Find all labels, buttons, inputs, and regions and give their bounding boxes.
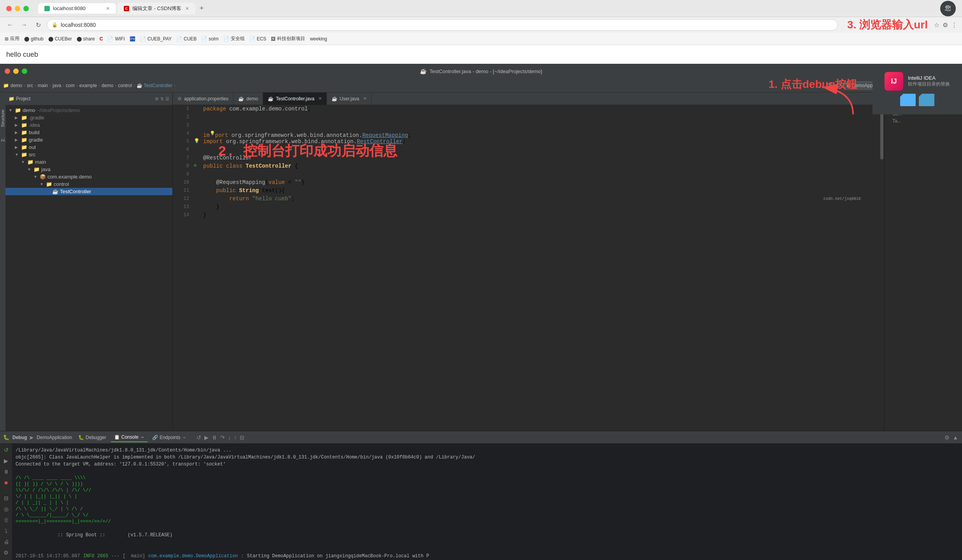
pause-btn[interactable]: ⏸	[2, 467, 11, 476]
bookmark-github[interactable]: ⬤ github	[24, 36, 44, 42]
maximize-traffic-light[interactable]	[23, 6, 29, 11]
bookmark-c[interactable]: C	[100, 36, 103, 42]
tree-root[interactable]: ▼ 📁 demo ~/IdeaProjects/demo	[5, 107, 172, 114]
bookmark-weeking[interactable]: weeking	[310, 36, 327, 42]
resume-btn[interactable]: ▶	[2, 456, 11, 466]
tab-testcontroller[interactable]: ☕ TestController.java ✕	[263, 93, 327, 105]
step-into-icon[interactable]: ↓	[227, 434, 232, 441]
tree-gradle[interactable]: ▶ 📁 gradle	[5, 136, 172, 144]
url-bar[interactable]: 🔒 localhost:8080	[47, 19, 838, 31]
frames-btn[interactable]: ⊟	[2, 494, 11, 503]
breadcrumb-testcontroller[interactable]: ☕ TestController	[137, 83, 172, 88]
new-tab-button[interactable]: +	[197, 4, 206, 13]
tree-build[interactable]: ▶ 📁 build	[5, 129, 172, 136]
tab-close-localhost[interactable]: ✕	[106, 6, 110, 11]
tree-idea-label: .idea	[29, 122, 40, 128]
side-label-2[interactable]: 2:	[0, 136, 6, 143]
tab-close-user[interactable]: ✕	[363, 96, 367, 101]
breadcrumb-demo2[interactable]: demo	[102, 83, 113, 88]
code-line-8: public class TestController {	[203, 162, 876, 170]
panel-sort-icon[interactable]: ⇅	[160, 96, 164, 102]
secure-icon: 🔒	[52, 22, 58, 28]
breadcrumb-demo[interactable]: demo	[11, 83, 22, 88]
panel-options-icon[interactable]: ☰	[165, 96, 169, 102]
bookmark-cueber[interactable]: ⬤ CUEBer	[48, 36, 72, 42]
code-content[interactable]: package com.example.demo.control; im💡por…	[200, 105, 879, 431]
restart-btn[interactable]: ↺	[2, 445, 11, 455]
debug-tab-endpoints[interactable]: 🔗 Endpoints →	[149, 433, 190, 442]
tree-java-folder[interactable]: ▼ 📁 java	[5, 166, 172, 173]
scroll-end-btn[interactable]: ⤵	[2, 526, 11, 536]
tree-gradle-hidden[interactable]: ▶ 📁 .gradle	[5, 114, 172, 121]
tab-close-tc[interactable]: ✕	[318, 96, 322, 101]
tree-src[interactable]: ▼ 📁 src	[5, 151, 172, 158]
frames-icon[interactable]: ⊟	[239, 434, 245, 441]
bookmark-ecs[interactable]: 📄 ECS	[249, 36, 267, 42]
tree-arrow-idea: ▶	[15, 123, 21, 127]
tree-testcontroller[interactable]: ☕ TestController	[5, 188, 172, 195]
close-traffic-light[interactable]	[6, 6, 12, 11]
forward-button[interactable]: →	[19, 19, 30, 30]
print-btn[interactable]: 🖨	[2, 537, 11, 546]
sync-icon[interactable]: ⇅	[827, 81, 833, 90]
debug-tab-debugger[interactable]: 🐛 Debugger	[75, 433, 109, 442]
bookmark-tech[interactable]: 🖼 科技创新项目	[271, 35, 305, 42]
stop-btn[interactable]: ■	[2, 478, 11, 487]
folder-icon-overlay	[900, 94, 916, 106]
breadcrumb-com[interactable]: com	[66, 83, 75, 88]
mute-btn[interactable]: ◎	[2, 504, 11, 514]
console-area[interactable]: /Library/Java/JavaVirtualMachines/jdk1.8…	[12, 444, 962, 560]
debug-tab-console[interactable]: 📋 Console →	[111, 433, 147, 442]
bookmark-apps[interactable]: ⊞ 应用	[5, 35, 19, 42]
tree-idea[interactable]: ▶ 📁 .idea	[5, 121, 172, 129]
bookmark-cueb[interactable]: 📄 CUEB	[176, 36, 197, 42]
editor-scrollbar[interactable]	[879, 105, 884, 431]
tree-main[interactable]: ▼ 📁 main	[5, 158, 172, 166]
bookmark-cueb-pay[interactable]: 📄 CUEB_PAY	[140, 36, 172, 42]
refresh-button[interactable]: ↻	[33, 19, 44, 30]
clear-btn[interactable]: 🗑	[2, 515, 11, 525]
breadcrumb-main[interactable]: main	[38, 83, 48, 88]
minimize-traffic-light[interactable]	[15, 6, 20, 11]
breadcrumb-example[interactable]: example	[79, 83, 97, 88]
tab-demo[interactable]: ☕ demo	[233, 93, 263, 105]
scrollbar-thumb[interactable]	[880, 113, 883, 159]
pause-icon[interactable]: ⏸	[211, 434, 218, 441]
ide-maximize-btn[interactable]	[22, 68, 27, 74]
extensions-icon[interactable]: ⚙	[943, 21, 948, 29]
bookmark-security[interactable]: 📄 安全组	[223, 35, 245, 42]
panel-gear-icon[interactable]: ⚙	[155, 96, 159, 102]
settings-icon2[interactable]: ⚙	[836, 82, 841, 89]
bookmark-solm[interactable]: 📄 solm	[201, 36, 218, 42]
log-level-1: INFO 2665 ---	[83, 553, 120, 560]
tree-out[interactable]: ▶ 📁 out	[5, 144, 172, 151]
back-button[interactable]: ←	[5, 19, 16, 30]
step-over-icon[interactable]: ↷	[219, 434, 226, 441]
browser-tab-localhost[interactable]: 🌐 localhost:8080 ✕	[38, 3, 116, 14]
tab-close-csdn[interactable]: ✕	[185, 6, 189, 11]
breadcrumb-control[interactable]: control	[118, 83, 132, 88]
bookmark-share[interactable]: ⬤ share	[77, 36, 95, 42]
breadcrumb-java[interactable]: java	[53, 83, 61, 88]
tab-user[interactable]: ☕ User.java ✕	[327, 93, 372, 105]
rerun-icon[interactable]: ↺	[196, 434, 202, 441]
settings-btn[interactable]: ⚙	[2, 548, 11, 557]
side-label-structure[interactable]: Structure	[0, 108, 6, 129]
gradle-task-item[interactable]: Ta...	[888, 118, 959, 124]
tab-application-properties[interactable]: ⚙ application.properties	[173, 93, 233, 105]
bookmark-star-icon[interactable]: ☆	[934, 21, 939, 29]
ide-minimize-btn[interactable]	[13, 68, 19, 74]
ide-close-btn[interactable]	[5, 68, 10, 74]
tree-gradle-label2: gradle	[29, 137, 43, 143]
debug-settings-icon[interactable]: ⚙	[944, 434, 950, 441]
menu-icon[interactable]: ⋮	[951, 21, 957, 29]
bookmark-wifi[interactable]: 📄 WIFI	[107, 36, 125, 42]
tree-package[interactable]: ▼ 📦 com.example.demo	[5, 173, 172, 180]
tree-control[interactable]: ▼ 📁 control	[5, 180, 172, 188]
breadcrumb-src[interactable]: src	[27, 83, 33, 88]
bookmark-pay-icon[interactable]: 🏧	[130, 36, 135, 42]
resume-icon[interactable]: ▶	[204, 434, 209, 441]
browser-tab-csdn[interactable]: C 编辑文章 - CSDN博客 ✕	[118, 3, 195, 14]
step-out-icon[interactable]: ↑	[233, 434, 237, 441]
debug-expand-icon[interactable]: ▲	[952, 434, 959, 441]
